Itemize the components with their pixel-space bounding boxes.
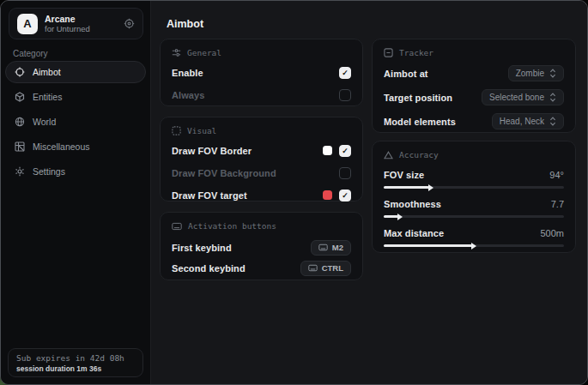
- card-title: Tracker: [399, 48, 433, 57]
- slider-group-fov-size: FOV size 94°: [384, 168, 564, 189]
- setting-row-model-elements: Model elements Head, Neck: [384, 113, 564, 129]
- gear-icon: [15, 166, 25, 177]
- color-swatch-white[interactable]: [323, 146, 332, 155]
- scan-settings-icon[interactable]: [124, 18, 135, 29]
- second-keybind-button[interactable]: CTRL: [300, 261, 351, 276]
- app-logo: A: [17, 14, 38, 34]
- card-tracker: Tracker Aimbot at Zombie Target position…: [372, 39, 576, 133]
- category-label: Category: [13, 49, 48, 58]
- slider-group-smoothness: Smoothness 7.7: [384, 197, 564, 218]
- fov-size-slider[interactable]: [384, 186, 564, 189]
- keyboard-icon: [172, 222, 182, 231]
- chevron-up-down-icon: [549, 117, 556, 126]
- setting-label: Aimbot at: [384, 69, 428, 79]
- chevron-up-down-icon: [549, 69, 556, 78]
- brand-card: A Arcane for Unturned: [9, 8, 143, 39]
- slider-group-max-distance: Max distance 500m: [384, 226, 564, 247]
- triangle-icon: [384, 151, 393, 159]
- model-elements-dropdown[interactable]: Head, Neck: [492, 113, 564, 129]
- first-keybind-button[interactable]: M2: [311, 240, 351, 256]
- sliders-icon: [172, 48, 181, 57]
- card-visual-header: Visual: [172, 126, 351, 135]
- setting-label: Always: [172, 90, 205, 100]
- setting-label: Draw FOV Border: [172, 146, 252, 156]
- slider-fill: [384, 186, 429, 189]
- keybind-value: CTRL: [322, 263, 343, 273]
- sidebar-item-miscellaneous[interactable]: Miscellaneous: [5, 135, 146, 158]
- sidebar-item-entities[interactable]: Entities: [5, 86, 146, 108]
- page-title: Aimbot: [167, 18, 203, 30]
- setting-row-fov-border: Draw FOV Border: [172, 143, 351, 158]
- setting-label: First keybind: [172, 243, 232, 253]
- setting-label: Second keybind: [172, 263, 246, 274]
- enable-checkbox[interactable]: [339, 67, 351, 79]
- setting-row-aimbot-at: Aimbot at Zombie: [384, 65, 564, 81]
- sparkle-box-icon: [172, 126, 181, 135]
- setting-label: Target position: [384, 93, 452, 103]
- setting-row-first-keybind: First keybind M2: [172, 240, 351, 255]
- setting-row-enable: Enable: [172, 65, 351, 80]
- chevron-up-down-icon: [549, 93, 556, 102]
- target-frame-icon: [384, 48, 393, 57]
- setting-label: Max distance: [384, 228, 444, 238]
- sidebar-item-label: Entities: [33, 92, 62, 102]
- card-general: General Enable Always: [160, 39, 363, 106]
- app-window: A Arcane for Unturned Category A: [0, 0, 588, 385]
- session-duration-text: session duration 1m 36s: [16, 364, 135, 373]
- keyboard-icon: [308, 264, 318, 272]
- sidebar-item-label: Miscellaneous: [33, 141, 90, 152]
- setting-row-target-position: Target position Selected bone: [384, 89, 564, 105]
- sidebar-item-label: Aimbot: [33, 67, 61, 77]
- fov-border-checkbox[interactable]: [339, 145, 351, 157]
- setting-label: Model elements: [384, 117, 456, 127]
- entities-box-icon: [15, 92, 25, 102]
- crosshair-icon: [15, 67, 25, 77]
- card-tracker-header: Tracker: [384, 48, 564, 57]
- setting-label: Enable: [172, 68, 203, 78]
- slider-value: 94°: [549, 170, 564, 180]
- card-activation-buttons: Activation buttons First keybind M2 Seco…: [160, 212, 363, 280]
- sidebar-item-label: Settings: [33, 166, 65, 177]
- slider-fill: [384, 244, 472, 247]
- sidebar-item-aimbot[interactable]: Aimbot: [5, 61, 146, 83]
- setting-row-fov-target: Draw FOV target: [172, 188, 351, 202]
- slider-value: 500m: [540, 228, 564, 238]
- dropdown-value: Head, Neck: [500, 117, 544, 126]
- slider-fill: [384, 215, 398, 218]
- sidebar-item-world[interactable]: World: [5, 111, 146, 133]
- setting-row-always: Always: [172, 87, 351, 102]
- card-title: Accuracy: [399, 150, 439, 159]
- fov-target-checkbox[interactable]: [339, 189, 351, 202]
- card-title: Activation buttons: [188, 221, 276, 231]
- color-swatch-red[interactable]: [323, 190, 332, 200]
- smoothness-slider[interactable]: [384, 215, 564, 218]
- sidebar: A Arcane for Unturned Category A: [1, 1, 151, 384]
- card-accuracy-header: Accuracy: [384, 150, 564, 159]
- globe-icon: [15, 117, 25, 127]
- setting-label: Draw FOV target: [172, 190, 247, 201]
- always-checkbox[interactable]: [339, 89, 351, 101]
- sidebar-item-settings[interactable]: Settings: [5, 160, 146, 183]
- dropdown-value: Zombie: [516, 69, 544, 78]
- card-title: Visual: [187, 126, 216, 135]
- card-accuracy: Accuracy FOV size 94° Smoothness 7.7: [372, 141, 576, 253]
- desktop-background: A Arcane for Unturned Category A: [0, 0, 588, 385]
- keyboard-icon: [318, 244, 328, 251]
- card-visual: Visual Draw FOV Border Draw FOV Backgrou…: [160, 117, 363, 202]
- sidebar-item-label: World: [33, 117, 56, 127]
- slider-value: 7.7: [551, 199, 564, 209]
- max-distance-slider[interactable]: [384, 244, 564, 247]
- keybind-value: M2: [332, 243, 343, 252]
- subscription-info-box: Sub expires in 42d 08h session duration …: [8, 348, 143, 377]
- aimbot-at-dropdown[interactable]: Zombie: [508, 65, 564, 81]
- main-panel: Aimbot General Enable Always: [151, 1, 587, 384]
- sidebar-nav: Aimbot Entities World: [5, 61, 146, 183]
- card-general-header: General: [172, 48, 351, 57]
- fov-background-checkbox[interactable]: [339, 167, 351, 179]
- target-position-dropdown[interactable]: Selected bone: [482, 89, 564, 105]
- sub-expiry-text: Sub expires in 42d 08h: [16, 353, 135, 363]
- card-activation-header: Activation buttons: [172, 221, 351, 231]
- setting-label: Smoothness: [384, 199, 441, 209]
- dropdown-value: Selected bone: [489, 93, 544, 102]
- brand-text: Arcane for Unturned: [45, 14, 90, 33]
